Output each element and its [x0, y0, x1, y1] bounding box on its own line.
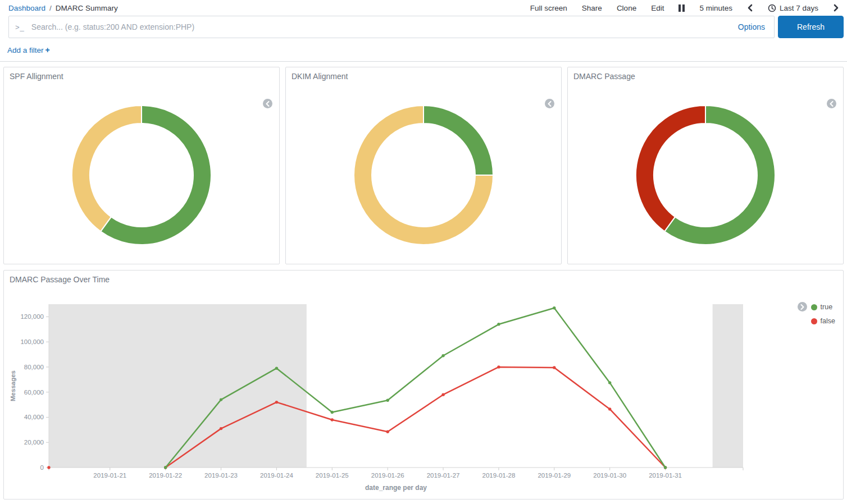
- legend-label: true: [821, 303, 833, 311]
- breadcrumb-dashboard-link[interactable]: Dashboard: [8, 4, 45, 12]
- legend-collapse-icon[interactable]: [545, 99, 554, 108]
- y-axis-tick-label: 40,000: [24, 414, 44, 420]
- panel-dmarc-passage-over-time: DMARC Passage Over Time 020,00040,00060,…: [3, 270, 844, 500]
- query-bar: >_ Options Refresh: [0, 15, 847, 38]
- data-point-false: [220, 427, 222, 430]
- x-axis-tick-label: 2019-01-31: [649, 472, 682, 479]
- page-title: DMARC Summary: [56, 4, 118, 12]
- add-filter-link[interactable]: Add a filter+: [7, 46, 50, 54]
- data-point-true: [441, 354, 444, 357]
- menu-edit[interactable]: Edit: [651, 4, 664, 12]
- menu-share[interactable]: Share: [582, 4, 602, 12]
- data-point-false: [47, 466, 50, 469]
- x-axis-title: date_range per day: [365, 484, 427, 492]
- data-point-false: [497, 365, 500, 368]
- donut-segment[interactable]: [424, 106, 493, 175]
- add-filter-label: Add a filter: [7, 46, 44, 54]
- menu-full-screen[interactable]: Full screen: [530, 4, 567, 12]
- legend-collapse-icon[interactable]: [827, 99, 836, 108]
- y-axis-tick-label: 80,000: [24, 364, 44, 370]
- data-point-true: [553, 306, 555, 309]
- legend-item-true[interactable]: true: [811, 303, 835, 311]
- query-prompt-icon: >_: [15, 23, 25, 31]
- panel-dkim-alignment: DKIM Alignment: [285, 67, 562, 264]
- data-point-true: [386, 399, 389, 402]
- donut-chart-dmarc: [568, 104, 843, 246]
- dashboard-grid: SPF Allignment DKIM Alignment DMARC Pass…: [0, 62, 847, 500]
- query-options-link[interactable]: Options: [738, 22, 765, 31]
- panel-title: DMARC Passage: [568, 67, 843, 81]
- x-axis-tick-label: 2019-01-21: [93, 472, 126, 479]
- time-range-button[interactable]: Last 7 days: [768, 4, 818, 12]
- top-nav-bar: Dashboard / DMARC Summary Full screen Sh…: [0, 0, 847, 15]
- legend-item-false[interactable]: false: [811, 317, 835, 325]
- data-point-false: [608, 407, 611, 410]
- data-point-true: [220, 398, 222, 401]
- data-point-true: [331, 411, 334, 414]
- legend-dot: [811, 318, 817, 324]
- pause-icon[interactable]: [678, 4, 685, 12]
- data-point-true: [497, 323, 500, 326]
- y-axis-title: Messages: [10, 370, 16, 401]
- x-axis-tick-label: 2019-01-24: [260, 472, 293, 479]
- y-axis-tick-label: 20,000: [24, 439, 44, 446]
- panel-spf-alignment: SPF Allignment: [3, 67, 280, 264]
- x-axis-tick-label: 2019-01-26: [371, 472, 404, 479]
- data-point-false: [331, 418, 334, 421]
- refresh-interval-button[interactable]: 5 minutes: [699, 4, 732, 12]
- data-point-false: [386, 430, 389, 433]
- line-chart-legend: truefalse: [798, 303, 835, 325]
- time-filter-shade: [49, 304, 307, 468]
- panel-title: DKIM Alignment: [286, 67, 561, 81]
- time-filter-shade: [713, 304, 743, 468]
- data-point-true: [664, 466, 667, 469]
- breadcrumb-separator: /: [49, 4, 52, 12]
- y-axis-tick-label: 0: [40, 464, 44, 471]
- data-point-true: [275, 366, 278, 369]
- donut-chart-dkim: [286, 104, 561, 246]
- legend-dot: [811, 304, 817, 310]
- legend-label: false: [821, 317, 835, 325]
- search-box[interactable]: >_ Options: [8, 16, 775, 38]
- clock-icon: [768, 4, 776, 12]
- data-point-false: [441, 393, 444, 396]
- panel-dmarc-passage: DMARC Passage: [567, 67, 844, 264]
- data-point-true: [608, 381, 611, 384]
- donut-panels-row: SPF Allignment DKIM Alignment DMARC Pass…: [3, 67, 844, 264]
- x-axis-tick-label: 2019-01-30: [593, 472, 626, 479]
- x-axis-tick-label: 2019-01-23: [204, 472, 238, 479]
- refresh-button[interactable]: Refresh: [778, 16, 844, 38]
- time-back-icon[interactable]: [747, 4, 753, 12]
- donut-chart-spf: [4, 104, 279, 246]
- x-axis-tick-label: 2019-01-29: [538, 472, 571, 479]
- time-forward-icon[interactable]: [833, 4, 839, 12]
- donut-segment[interactable]: [72, 106, 142, 231]
- data-point-false: [275, 401, 278, 404]
- x-axis-tick-label: 2019-01-22: [149, 472, 182, 479]
- x-axis-tick-label: 2019-01-27: [427, 472, 460, 479]
- time-range-label: Last 7 days: [780, 4, 818, 12]
- donut-segment[interactable]: [636, 106, 705, 231]
- plus-icon: +: [45, 45, 50, 54]
- y-axis-tick-label: 100,000: [20, 338, 44, 345]
- line-chart: 020,00040,00060,00080,000100,000120,0002…: [4, 271, 844, 499]
- y-axis-tick-label: 60,000: [24, 389, 44, 396]
- legend-expand-icon[interactable]: [798, 302, 807, 311]
- data-point-true: [164, 466, 167, 469]
- dashboard-menu: Full screen Share Clone Edit 5 minutes L…: [530, 4, 839, 12]
- filter-bar: Add a filter+: [0, 38, 847, 61]
- y-axis-tick-label: 120,000: [20, 313, 44, 320]
- data-point-false: [553, 366, 555, 369]
- legend-collapse-icon[interactable]: [263, 99, 272, 108]
- menu-clone[interactable]: Clone: [617, 4, 636, 12]
- search-input[interactable]: [30, 22, 738, 32]
- panel-title: SPF Allignment: [4, 67, 279, 81]
- x-axis-tick-label: 2019-01-28: [482, 472, 516, 479]
- breadcrumb: Dashboard / DMARC Summary: [8, 4, 118, 12]
- x-axis-tick-label: 2019-01-25: [316, 472, 349, 479]
